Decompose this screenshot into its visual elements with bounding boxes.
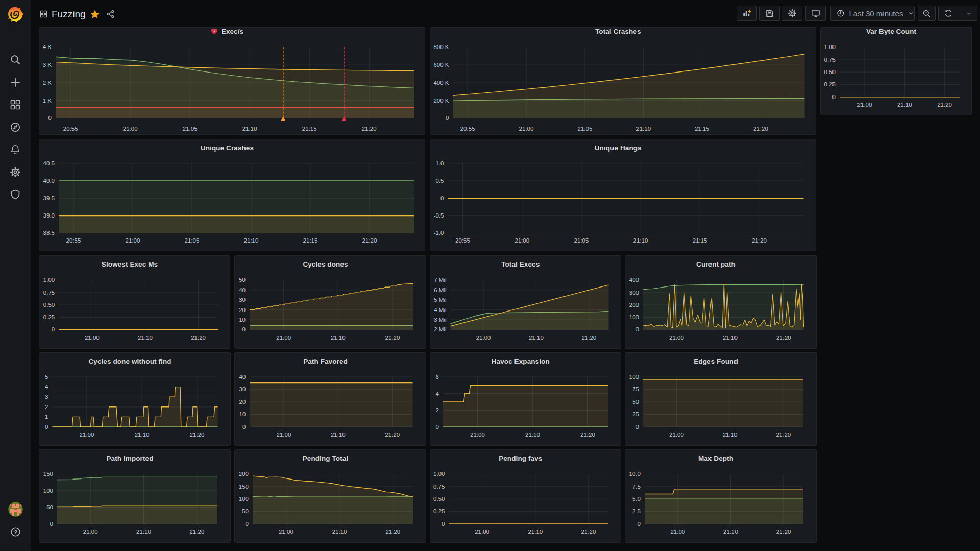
svg-text:21:00: 21:00 <box>669 432 684 438</box>
svg-text:4: 4 <box>45 384 48 390</box>
svg-text:40.0: 40.0 <box>43 178 55 184</box>
svg-text:-1.0: -1.0 <box>433 230 444 236</box>
svg-text:100: 100 <box>629 314 639 320</box>
svg-text:0: 0 <box>52 326 55 332</box>
svg-text:5 Mil: 5 Mil <box>434 297 446 303</box>
svg-text:21:05: 21:05 <box>183 126 198 132</box>
svg-text:20:55: 20:55 <box>63 126 78 132</box>
svg-text:1.00: 1.00 <box>43 277 55 283</box>
svg-text:21:00: 21:00 <box>279 529 293 535</box>
svg-text:21:00: 21:00 <box>514 237 529 244</box>
svg-text:21:00: 21:00 <box>83 529 98 535</box>
svg-text:2 Mil: 2 Mil <box>434 326 446 332</box>
svg-text:21:00: 21:00 <box>470 432 485 438</box>
svg-text:3: 3 <box>45 394 48 400</box>
svg-text:21:20: 21:20 <box>191 334 206 341</box>
svg-text:21:10: 21:10 <box>332 529 347 535</box>
svg-text:10.0: 10.0 <box>629 471 641 477</box>
svg-text:0: 0 <box>50 521 53 527</box>
svg-text:0: 0 <box>242 326 246 332</box>
svg-text:3 Mil: 3 Mil <box>434 317 446 323</box>
svg-text:21:20: 21:20 <box>752 237 767 244</box>
svg-text:40: 40 <box>239 287 246 293</box>
svg-text:300: 300 <box>629 290 639 296</box>
svg-text:21:20: 21:20 <box>776 432 791 438</box>
svg-text:21:20: 21:20 <box>385 529 400 535</box>
svg-text:4 K: 4 K <box>43 44 52 50</box>
svg-text:21:00: 21:00 <box>277 432 291 438</box>
svg-text:?: ? <box>14 529 17 535</box>
svg-text:21:05: 21:05 <box>577 126 592 132</box>
svg-text:0: 0 <box>48 115 52 121</box>
svg-text:200: 200 <box>629 302 639 308</box>
svg-text:50: 50 <box>46 504 53 510</box>
svg-text:100: 100 <box>629 374 639 380</box>
svg-text:150: 150 <box>239 484 249 490</box>
svg-text:20:55: 20:55 <box>66 237 81 244</box>
svg-text:21:10: 21:10 <box>135 432 150 438</box>
svg-text:1.00: 1.00 <box>824 44 836 50</box>
svg-text:0.25: 0.25 <box>824 81 836 87</box>
svg-text:30: 30 <box>239 297 246 303</box>
svg-text:20:55: 20:55 <box>455 237 470 244</box>
svg-text:21:10: 21:10 <box>723 334 738 341</box>
svg-text:21:20: 21:20 <box>581 529 596 535</box>
svg-text:21:00: 21:00 <box>123 126 138 132</box>
svg-text:21:20: 21:20 <box>753 126 768 132</box>
svg-text:4: 4 <box>435 391 439 397</box>
svg-text:21:10: 21:10 <box>528 529 543 535</box>
svg-text:21:00: 21:00 <box>276 334 291 341</box>
svg-text:21:10: 21:10 <box>138 334 153 341</box>
svg-text:21:00: 21:00 <box>475 529 489 535</box>
svg-text:21:10: 21:10 <box>244 237 259 244</box>
svg-text:21:00: 21:00 <box>857 102 872 108</box>
svg-text:40: 40 <box>239 374 246 380</box>
svg-text:1.0: 1.0 <box>435 160 444 166</box>
svg-text:100: 100 <box>43 488 53 494</box>
svg-text:0.5: 0.5 <box>435 178 444 184</box>
svg-text:21:20: 21:20 <box>362 126 377 132</box>
svg-text:21:10: 21:10 <box>331 334 346 341</box>
svg-text:2 K: 2 K <box>43 80 52 86</box>
svg-text:50: 50 <box>632 399 639 405</box>
svg-text:0.75: 0.75 <box>433 484 445 490</box>
svg-text:7 Mil: 7 Mil <box>434 277 446 283</box>
svg-text:200: 200 <box>239 471 249 477</box>
svg-text:7.5: 7.5 <box>632 484 641 490</box>
svg-text:1 K: 1 K <box>43 98 52 104</box>
svg-text:21:20: 21:20 <box>581 334 596 341</box>
svg-text:5: 5 <box>45 374 48 380</box>
svg-text:38.5: 38.5 <box>43 230 55 236</box>
svg-text:0.75: 0.75 <box>43 290 55 296</box>
svg-text:6 Mil: 6 Mil <box>434 287 446 293</box>
svg-text:0.50: 0.50 <box>43 302 55 308</box>
svg-text:25: 25 <box>632 411 639 417</box>
svg-text:50: 50 <box>242 508 249 514</box>
svg-text:0: 0 <box>242 424 246 430</box>
svg-text:0.25: 0.25 <box>433 508 445 514</box>
svg-text:21:00: 21:00 <box>85 334 100 341</box>
svg-text:6: 6 <box>435 374 438 380</box>
svg-text:21:00: 21:00 <box>80 432 94 438</box>
svg-text:39.5: 39.5 <box>43 195 55 201</box>
svg-text:21:20: 21:20 <box>937 102 952 108</box>
svg-text:21:10: 21:10 <box>723 529 738 535</box>
svg-text:21:00: 21:00 <box>476 334 491 341</box>
svg-text:0.50: 0.50 <box>824 69 836 75</box>
svg-text:0.75: 0.75 <box>824 57 836 63</box>
svg-text:2: 2 <box>45 404 48 410</box>
svg-text:0.25: 0.25 <box>43 314 55 320</box>
svg-text:0: 0 <box>440 195 444 201</box>
svg-text:21:15: 21:15 <box>692 237 707 244</box>
svg-text:0: 0 <box>638 521 641 527</box>
svg-text:21:10: 21:10 <box>136 529 151 535</box>
svg-text:400 K: 400 K <box>433 80 449 86</box>
svg-text:21:00: 21:00 <box>670 529 685 535</box>
svg-text:150: 150 <box>43 471 53 477</box>
svg-text:21:20: 21:20 <box>776 334 791 341</box>
svg-text:0.50: 0.50 <box>433 496 445 502</box>
svg-text:21:00: 21:00 <box>126 237 140 244</box>
svg-text:20:55: 20:55 <box>460 126 475 132</box>
svg-text:21:10: 21:10 <box>633 237 648 244</box>
svg-text:21:05: 21:05 <box>574 237 589 244</box>
